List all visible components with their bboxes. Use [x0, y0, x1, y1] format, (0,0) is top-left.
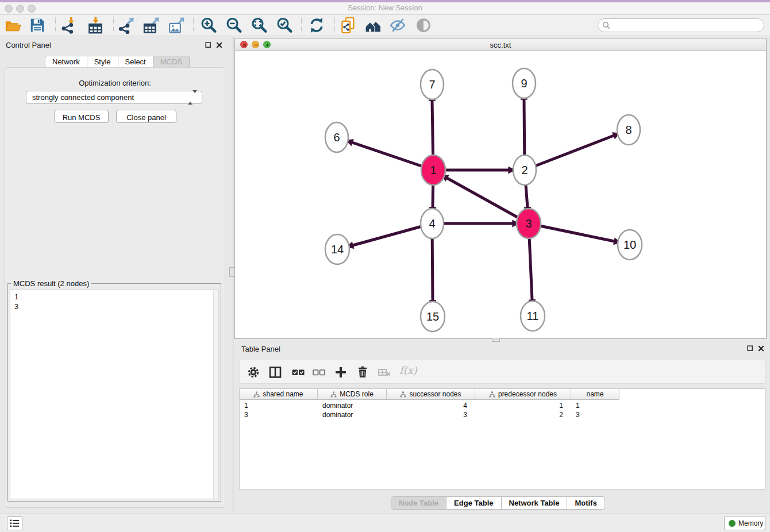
tab-mcds[interactable]: MCDS [153, 56, 190, 68]
column-header-predecessor-nodes[interactable]: predecessor nodes [475, 389, 571, 400]
mcds-result-scrollbar[interactable] [213, 290, 218, 499]
svg-text:11: 11 [527, 310, 539, 322]
export-network-icon[interactable] [118, 17, 135, 34]
horizontal-splitter-grip[interactable] [492, 338, 500, 342]
tab-style[interactable]: Style [87, 56, 118, 68]
zoom-out-magnifier-icon[interactable] [225, 17, 242, 34]
node-9[interactable]: 9 [513, 68, 536, 98]
tab-node-table[interactable]: Node Table [391, 496, 446, 510]
import-table-icon[interactable] [87, 17, 104, 34]
edge-3-1[interactable] [447, 178, 529, 223]
network-canvas[interactable]: 1 2 3 4 6 7 8 9 10 11 14 15 [235, 51, 766, 338]
table-row[interactable]: 3 dominator 3 2 3 [240, 410, 619, 419]
criterion-dropdown[interactable]: strongly connected component [26, 91, 202, 104]
svg-text:6: 6 [333, 131, 340, 144]
svg-text:2: 2 [521, 164, 528, 176]
houses-icon[interactable] [364, 17, 382, 34]
close-panel-icon[interactable] [216, 42, 222, 48]
memory-label: Memory [738, 519, 763, 527]
cell-name: 1 [571, 401, 619, 410]
edge-3-10[interactable] [529, 223, 614, 241]
float-panel-icon[interactable] [205, 42, 211, 48]
control-panel-tabs: Network Style Select MCDS [45, 56, 190, 68]
cell-mcds-role: dominator [318, 401, 387, 410]
search-input[interactable] [598, 18, 764, 32]
select-all-checks-icon[interactable] [291, 365, 305, 379]
table-row[interactable]: 1 dominator 4 1 1 [240, 401, 619, 410]
plus-icon[interactable] [334, 365, 348, 379]
documents-share-icon[interactable] [340, 17, 357, 34]
folder-open-icon[interactable] [5, 17, 22, 34]
node-table: shared name MCDS role successor nodes pr… [239, 388, 765, 489]
control-panel-title: Control Panel [6, 41, 51, 49]
refresh-arrows-icon[interactable] [308, 17, 325, 34]
svg-text:15: 15 [426, 310, 439, 323]
eye-half-icon[interactable] [415, 17, 432, 34]
function-builder-label[interactable]: f(x) [399, 364, 417, 376]
column-header-shared-name[interactable]: shared name [240, 389, 318, 400]
node-10[interactable]: 10 [618, 230, 642, 260]
tab-network-table[interactable]: Network Table [502, 496, 568, 510]
mcds-result-fieldset: MCDS result (2 nodes) 1 3 [7, 283, 221, 502]
main-toolbar [0, 15, 770, 36]
network-window-titlebar[interactable]: scc.txt [235, 38, 766, 51]
vertical-splitter[interactable] [226, 36, 234, 511]
edge-2-8[interactable] [525, 136, 614, 170]
mcds-result-text[interactable]: 1 3 [10, 290, 219, 499]
float-panel-icon[interactable] [747, 345, 753, 352]
unselect-all-checks-icon[interactable] [312, 365, 326, 379]
zoom-in-magnifier-icon[interactable] [200, 17, 217, 34]
floppy-save-icon[interactable] [29, 17, 46, 34]
window-titlebar: Session: New Session [0, 0, 770, 15]
zoom-selected-magnifier-icon[interactable] [276, 17, 293, 34]
column-header-name[interactable]: name [571, 389, 619, 400]
node-11[interactable]: 11 [521, 301, 545, 331]
zoom-fit-magnifier-icon[interactable] [251, 17, 268, 34]
node-7[interactable]: 7 [421, 70, 444, 99]
node-2[interactable]: 2 [513, 155, 536, 185]
import-network-icon[interactable] [60, 17, 78, 34]
task-history-button[interactable] [7, 516, 22, 530]
svg-text:7: 7 [429, 78, 435, 91]
close-panel-button[interactable]: Close panel [116, 110, 176, 123]
chevron-up-down-icon [188, 93, 197, 102]
svg-text:10: 10 [623, 238, 636, 251]
export-image-icon[interactable] [168, 17, 185, 34]
memory-status-dot [729, 520, 736, 527]
toolbar-separator [301, 17, 302, 33]
tab-network[interactable]: Network [45, 56, 87, 68]
cell-shared-name: 3 [240, 410, 318, 419]
trash-icon[interactable] [356, 365, 369, 379]
column-header-mcds-role[interactable]: MCDS role [318, 389, 387, 400]
node-14[interactable]: 14 [325, 234, 349, 264]
eye-slash-icon[interactable] [389, 17, 406, 34]
node-8[interactable]: 8 [617, 115, 640, 145]
mcds-result-line: 1 [14, 292, 218, 302]
status-bar: Memory [0, 514, 770, 532]
tab-motifs[interactable]: Motifs [567, 496, 605, 510]
tree-icon [489, 391, 495, 398]
cell-mcds-role: dominator [318, 410, 387, 419]
node-6[interactable]: 6 [325, 122, 348, 152]
run-mcds-button[interactable]: Run MCDS [54, 110, 109, 123]
table-panel-tabs: Node Table Edge Table Network Table Moti… [391, 496, 605, 510]
toolbar-separator [113, 17, 114, 33]
node-15[interactable]: 15 [421, 302, 445, 331]
list-icon [10, 519, 20, 528]
svg-text:14: 14 [331, 243, 344, 256]
gear-icon[interactable] [247, 365, 260, 379]
close-panel-icon[interactable] [758, 345, 764, 352]
memory-button[interactable]: Memory [724, 516, 765, 530]
tab-select[interactable]: Select [118, 56, 153, 68]
node-1[interactable]: 1 [421, 155, 445, 185]
export-table-icon[interactable] [143, 17, 160, 34]
columns-icon[interactable] [268, 365, 282, 379]
node-4[interactable]: 4 [421, 209, 444, 238]
node-3[interactable]: 3 [517, 209, 541, 238]
tab-edge-table[interactable]: Edge Table [446, 496, 501, 510]
column-header-successor-nodes[interactable]: successor nodes [387, 389, 475, 400]
delete-table-icon[interactable] [378, 365, 391, 379]
tree-icon [400, 391, 406, 398]
cell-successor-nodes: 4 [387, 401, 475, 410]
edge-layer [352, 99, 614, 300]
